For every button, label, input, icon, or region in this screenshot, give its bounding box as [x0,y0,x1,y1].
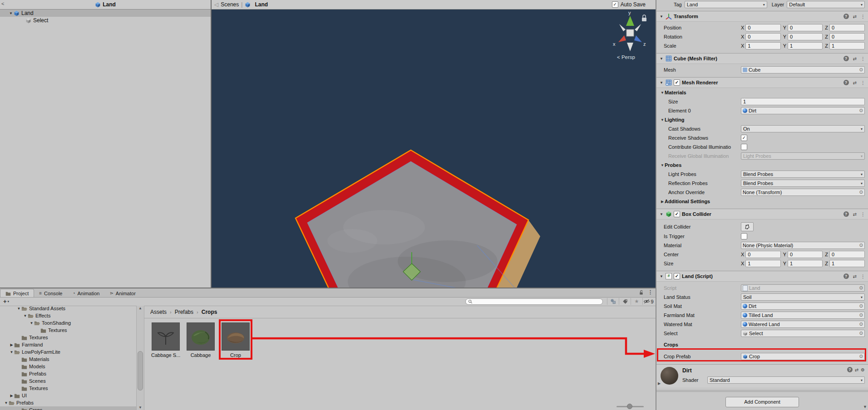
presets-icon[interactable]: ⇄ [855,367,858,372]
edit-collider-button[interactable] [741,222,754,231]
kebab-menu-icon[interactable]: ⋮ [861,56,865,61]
position-x-field[interactable]: 0 [745,24,780,31]
tree-item-effects[interactable]: ▼ Effects [0,312,136,319]
foldout-open-icon[interactable]: ▼ [23,314,28,318]
transform-header[interactable]: ▼ Transform ? ⇄ ⋮ [656,11,868,22]
kebab-menu-icon[interactable]: ⋮ [861,274,865,279]
auto-save-toggle[interactable]: ✓ Auto Save [612,1,656,8]
foldout-open-icon[interactable]: ▼ [660,163,665,167]
foldout-closed-icon[interactable]: ▶ [658,381,661,386]
tree-item-toonshading[interactable]: ▼ ToonShading [0,319,136,327]
soil-mat-field[interactable]: Dirt ⊙ [741,303,865,310]
presets-icon[interactable]: ⇄ [853,274,857,279]
materials-section[interactable]: ▼ Materials [656,88,868,97]
foldout-open-icon[interactable]: ▼ [660,91,665,95]
foldout-open-icon[interactable]: ▼ [16,307,21,311]
object-picker-icon[interactable]: ⊙ [859,322,863,327]
help-icon[interactable]: ? [843,56,849,61]
watered-mat-field[interactable]: Watered Land ⊙ [741,321,865,328]
tree-item-textures[interactable]: Textures [0,334,136,341]
help-icon[interactable]: ? [847,367,853,372]
help-icon[interactable]: ? [843,273,849,279]
tree-item-crops[interactable]: Crops [0,406,136,410]
object-picker-icon[interactable]: ⊙ [859,304,863,308]
lock-icon[interactable] [639,290,644,295]
perspective-toggle[interactable]: < Persp [617,54,635,60]
anchor-override-field[interactable]: None (Transform) ⊙ [741,189,865,196]
foldout-closed-icon[interactable]: ▶ [660,200,665,204]
contribute-gi-checkbox[interactable] [741,144,747,150]
scene-3d-viewport[interactable]: y x z < Persp [212,10,656,288]
object-picker-icon[interactable]: ⊙ [859,68,863,72]
foldout-open-icon[interactable]: ▼ [659,212,664,216]
kebab-menu-icon[interactable]: ⋮ [861,14,865,19]
tab-scenes[interactable]: Scenes [221,1,239,8]
breadcrumb-crops[interactable]: Crops [202,309,217,315]
tab-project[interactable]: Project [0,289,34,297]
scroll-up-icon[interactable]: ▲ [137,306,144,310]
tab-console[interactable]: ≡ Console [34,289,67,297]
favorites-button[interactable]: ★ [631,298,642,305]
create-asset-button[interactable]: + [3,298,7,305]
mesh-renderer-header[interactable]: ▼ ✓ Mesh Renderer ? ⇄ ⋮ [656,77,868,88]
mesh-object-field[interactable]: Cube ⊙ [741,66,865,73]
rotation-z-field[interactable]: 0 [829,33,865,40]
create-asset-caret-icon[interactable]: ▾ [8,300,10,303]
object-picker-icon[interactable]: ⊙ [859,243,863,248]
physic-material-field[interactable]: None (Physic Material) ⊙ [741,242,865,249]
asset-thumbnail[interactable] [152,322,180,351]
foldout-open-icon[interactable]: ▼ [659,81,664,85]
reflection-probes-dropdown[interactable]: Blend Probes ▾ [741,180,865,187]
kebab-menu-icon[interactable]: ⋮ [861,212,865,217]
help-icon[interactable]: ? [843,80,849,85]
tree-item-lowpolyfarmlite[interactable]: ▼ LowPolyFarmLite [0,348,136,356]
tree-item-textures[interactable]: Textures [0,385,136,392]
box-collider-header[interactable]: ▼ ✓ Box Collider ? ⇄ ⋮ [656,209,868,220]
component-enabled-checkbox[interactable]: ✓ [674,79,680,86]
foldout-open-icon[interactable]: ▼ [659,274,664,278]
tab-animation[interactable]: ◔ Animation [67,289,104,297]
tree-item-standard-assets[interactable]: ▼ Standard Assets [0,305,136,312]
zoom-slider-knob[interactable] [627,404,632,409]
lighting-section[interactable]: ▼ Lighting [656,115,868,124]
tree-item-scenes[interactable]: Scenes [0,377,136,385]
tree-scrollbar[interactable]: ▲ ▼ [136,306,144,410]
layer-dropdown[interactable]: Default ▾ [787,1,865,8]
add-component-button[interactable]: Add Component [725,397,799,407]
foldout-open-icon[interactable]: ▼ [659,57,664,61]
land-script-header[interactable]: ▼ # ✓ Land (Script) ? ⇄ ⋮ [656,271,868,282]
tree-item-prefabs-root[interactable]: ▼ Prefabs [0,399,136,406]
tree-item-ui[interactable]: ▶ UI [0,392,136,399]
presets-icon[interactable]: ⇄ [853,212,857,217]
rotation-y-field[interactable]: 0 [788,33,823,40]
probes-section[interactable]: ▼ Probes [656,161,868,170]
hierarchy-header[interactable]: < Land [0,0,211,10]
light-probes-dropdown[interactable]: Blend Probes ▾ [741,171,865,178]
foldout-closed-icon[interactable]: ▶ [9,343,14,347]
foldout-closed-icon[interactable]: ▶ [9,394,14,398]
tree-item-models[interactable]: Models [0,363,136,370]
hidden-packages-button[interactable]: 9 [642,298,654,305]
auto-save-checkbox[interactable]: ✓ [612,1,618,8]
asset-cabbage[interactable]: Cabbage [186,322,215,358]
inspector-scroll-down-icon[interactable]: ▼ [863,405,867,409]
scale-z-field[interactable]: 1 [829,42,865,49]
tag-dropdown[interactable]: Land ▾ [685,1,767,8]
cast-shadows-dropdown[interactable]: On ▾ [741,125,865,132]
scrollbar-thumb[interactable] [138,351,143,390]
asset-cabbage-sprout[interactable]: Cabbage S... [151,322,180,358]
asset-crop[interactable]: Crop [221,322,250,358]
tree-item-farmland[interactable]: ▶ Farmland [0,341,136,348]
gizmo-center-cube[interactable] [626,29,634,36]
center-x-field[interactable]: 0 [745,251,780,258]
rotation-x-field[interactable]: 0 [745,33,780,40]
tab-animator[interactable]: ⋗ Animator [104,289,140,297]
size-z-field[interactable]: 1 [829,260,865,267]
search-by-label-button[interactable] [619,298,631,305]
scroll-down-icon[interactable]: ▼ [137,405,144,410]
hierarchy-item-land[interactable]: ▼ Land [0,10,211,17]
asset-thumbnail[interactable] [187,322,215,351]
help-icon[interactable]: ? [843,14,849,19]
center-y-field[interactable]: 0 [788,251,823,258]
object-picker-icon[interactable]: ⊙ [859,331,863,336]
